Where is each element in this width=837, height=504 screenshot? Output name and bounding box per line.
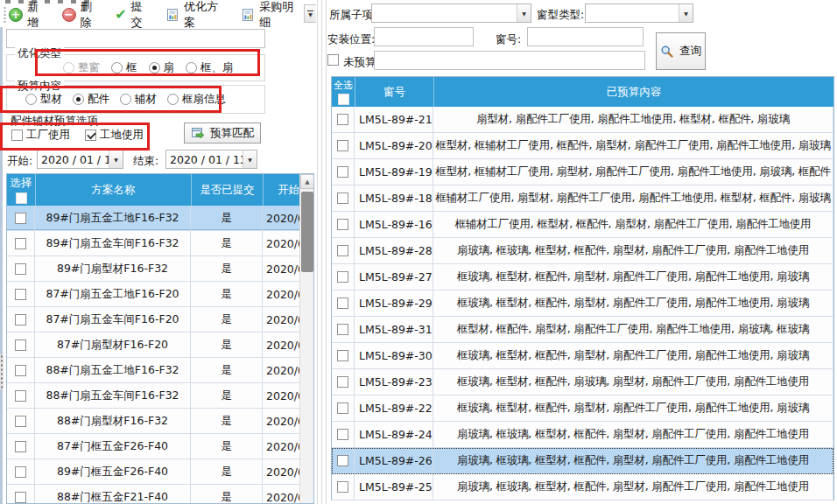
row-checkbox[interactable]: [337, 298, 348, 309]
plan-name-column-header[interactable]: 方案名称: [35, 174, 191, 206]
budget-content-radio-profile[interactable]: 型材: [25, 92, 62, 107]
row-checkbox[interactable]: [337, 376, 348, 388]
row-checkbox[interactable]: [15, 390, 26, 402]
chevron-down-icon[interactable]: ▼: [243, 150, 257, 168]
submit-button[interactable]: ✔ 提交: [115, 0, 153, 31]
start-date-picker[interactable]: 2020 / 01 / 1 ▼: [37, 150, 123, 169]
window-table-row[interactable]: LM5L-89#-21F19 扇型材, 扇配件工厂使用, 扇配件工地使用, 框型…: [332, 107, 833, 133]
row-select-cell[interactable]: [7, 383, 35, 409]
row-select-cell[interactable]: [7, 282, 35, 307]
plan-table-row[interactable]: 88#门扇五金工地F16-F32 是 2020/0: [7, 358, 313, 383]
window-table-row[interactable]: LM5L-89#-31F29 框型材, 框配件, 扇型材, 扇配件工厂使用, 扇…: [332, 317, 833, 343]
window-no-column-header[interactable]: 窗号: [355, 77, 433, 107]
end-date-picker[interactable]: 2020 / 01 / 13 ▼: [165, 150, 257, 169]
window-table-row[interactable]: LM5L-89#-16F15 框辅材工厂使用, 框型材, 框配件, 扇型材, 扇…: [332, 212, 833, 238]
budgeted-content-column-header[interactable]: 已预算内容: [433, 77, 833, 107]
window-table-row[interactable]: LM5L-89#-18F16 框辅材工厂使用, 扇型材, 扇配件工厂使用, 扇配…: [332, 186, 833, 212]
budget-content-radio-frame-sash-info[interactable]: 框扇信息: [167, 92, 226, 107]
row-select-cell[interactable]: [7, 409, 35, 434]
plan-table-row[interactable]: 88#门扇五金车间F16-F32 是 2020/0: [7, 383, 313, 409]
window-table-row[interactable]: LM5L-89#-24F22 扇玻璃, 框玻璃, 框型材, 框配件, 扇型材, …: [332, 422, 833, 448]
row-select-cell[interactable]: [332, 264, 355, 290]
row-checkbox[interactable]: [15, 213, 26, 224]
row-select-cell[interactable]: [7, 485, 35, 504]
scrollbar-thumb[interactable]: [301, 192, 313, 272]
plan-table-row[interactable]: 89#门扇型材F16-F32 是 2020/0: [7, 256, 313, 282]
optimize-type-radio-sash[interactable]: 扇: [149, 60, 175, 75]
chevron-down-icon[interactable]: ▼: [109, 150, 123, 168]
plan-table-row[interactable]: 87#门扇型材F16-F20 是 2020/0: [7, 332, 313, 358]
budget-content-radio-auxiliary[interactable]: 辅材: [120, 92, 157, 107]
optimize-type-radio-frame[interactable]: 框: [111, 60, 137, 75]
row-select-cell[interactable]: [332, 159, 355, 186]
row-select-cell[interactable]: [7, 459, 35, 485]
select-all-checkbox[interactable]: [338, 94, 349, 105]
window-table-row[interactable]: LM5L-89#-25F23 扇玻璃, 框玻璃, 框型材, 框配件, 扇型材, …: [332, 474, 833, 500]
row-checkbox[interactable]: [15, 314, 26, 326]
row-checkbox[interactable]: [337, 140, 348, 151]
row-select-cell[interactable]: [7, 358, 35, 383]
row-select-cell[interactable]: [332, 369, 355, 396]
window-table-row[interactable]: LM5L-89#-26F24 扇玻璃, 框玻璃, 框型材, 框配件, 扇型材, …: [332, 448, 833, 474]
optimize-type-radio-whole-window[interactable]: 整窗: [63, 60, 100, 75]
row-checkbox[interactable]: [337, 324, 348, 335]
sub-item-select[interactable]: ▼: [371, 4, 531, 23]
select-column-header[interactable]: 选择: [7, 174, 35, 206]
row-select-cell[interactable]: [332, 396, 355, 422]
plan-table-row[interactable]: 88#门框五金F21-F40 是 2020/0: [7, 485, 313, 504]
row-checkbox[interactable]: [337, 271, 348, 283]
row-checkbox[interactable]: [15, 238, 26, 249]
window-table-row[interactable]: LM5L-89#-19F17 框型材, 框辅材工厂使用, 扇型材, 扇配件工厂使…: [332, 159, 833, 186]
row-checkbox[interactable]: [15, 416, 26, 427]
window-no-input[interactable]: [527, 27, 644, 46]
row-select-cell[interactable]: [7, 434, 35, 459]
row-select-cell[interactable]: [332, 343, 355, 369]
budget-content-radio-fitting[interactable]: 配件: [73, 92, 109, 107]
add-button[interactable]: + 新增: [9, 0, 50, 31]
plan-table-scrollbar[interactable]: ▲: [299, 174, 313, 503]
row-checkbox[interactable]: [337, 245, 348, 256]
row-checkbox[interactable]: [337, 455, 348, 466]
site-use-checkbox[interactable]: 工地使用: [85, 128, 144, 143]
row-select-cell[interactable]: [7, 332, 35, 358]
row-checkbox[interactable]: [15, 441, 26, 452]
window-table-row[interactable]: LM5L-89#-30F28 框玻璃, 框型材, 框配件, 扇型材, 扇配件工厂…: [332, 343, 833, 369]
plan-table-row[interactable]: 89#门框五金F26-F40 是 2020/0: [7, 459, 313, 485]
row-checkbox[interactable]: [15, 365, 26, 376]
submitted-column-header[interactable]: 是否已提交: [191, 174, 263, 206]
row-checkbox[interactable]: [15, 289, 26, 300]
window-table-row[interactable]: LM5L-89#-22F20 框玻璃, 框型材, 框配件, 扇型材, 扇配件工厂…: [332, 396, 833, 422]
row-select-cell[interactable]: [332, 422, 355, 448]
install-position-input[interactable]: [374, 27, 474, 46]
row-select-cell[interactable]: [332, 107, 355, 133]
plan-table-row[interactable]: 88#门扇型材F16-F32 是 2020/0: [7, 409, 313, 434]
row-select-cell[interactable]: [7, 206, 35, 231]
row-checkbox[interactable]: [337, 192, 348, 204]
window-table-row[interactable]: LM5L-89#-23F21 框玻璃, 框型材, 框配件, 扇玻璃, 扇型材, …: [332, 369, 833, 396]
row-select-cell[interactable]: [7, 256, 35, 282]
chevron-down-icon[interactable]: ▼: [517, 4, 531, 22]
scroll-up-arrow-icon[interactable]: ▲: [300, 174, 314, 189]
row-checkbox[interactable]: [337, 114, 348, 125]
row-checkbox[interactable]: [15, 340, 26, 351]
factory-use-checkbox[interactable]: 工厂使用: [11, 128, 70, 143]
plan-table-row[interactable]: 87#门扇五金车间F16-F20 是 2020/0: [7, 307, 313, 332]
optimize-type-radio-frame-sash[interactable]: 框、扇: [186, 60, 234, 75]
row-select-cell[interactable]: [332, 474, 355, 500]
row-select-cell[interactable]: [332, 317, 355, 343]
row-checkbox[interactable]: [337, 402, 348, 414]
plan-table-row[interactable]: 87#门框五金F26-F40 是 2020/0: [7, 434, 313, 459]
row-select-cell[interactable]: [332, 448, 355, 474]
toolbar-overflow-button[interactable]: ▼: [304, 4, 317, 23]
unbudgeted-checkbox[interactable]: [327, 54, 339, 66]
row-checkbox[interactable]: [337, 350, 348, 361]
plan-table-row[interactable]: 87#门扇五金工地F16-F20 是 2020/0: [7, 282, 313, 307]
row-select-cell[interactable]: [7, 307, 35, 332]
plan-table-row[interactable]: 89#门扇五金工地F16-F32 是 2020/0: [7, 206, 313, 231]
row-select-cell[interactable]: [332, 212, 355, 238]
plan-filter-input[interactable]: [6, 29, 265, 48]
window-table-row[interactable]: LM5L-89#-27F25 框玻璃, 框型材, 框配件, 扇型材, 扇配件工厂…: [332, 264, 833, 290]
window-table-row[interactable]: LM5L-89#-29F27 框玻璃, 框型材, 框配件, 扇型材, 扇配件工厂…: [332, 290, 833, 317]
optimize-plan-button[interactable]: 优化方案: [165, 0, 229, 31]
select-all-column-header[interactable]: 全选: [332, 77, 355, 107]
